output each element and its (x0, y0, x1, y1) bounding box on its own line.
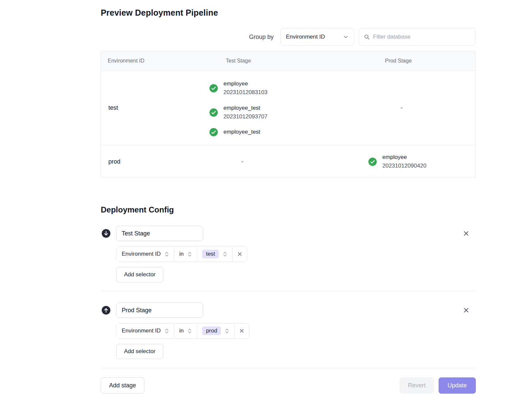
task-item: employee 20231012083103 (201, 79, 364, 97)
selector-values-select[interactable]: prod (197, 324, 234, 338)
remove-stage-button[interactable] (462, 306, 470, 315)
selector-group: Environment ID in test (116, 246, 247, 262)
add-selector-button[interactable]: Add selector (116, 267, 163, 282)
group-by-label: Group by (249, 34, 274, 41)
table-row-test: test employee 20231012083103 (101, 70, 475, 145)
remove-stage-button[interactable] (462, 229, 470, 238)
selector-row: Environment ID in prod (116, 323, 476, 338)
check-circle-icon (209, 128, 218, 136)
table-row-prod: prod - employee 20231012090420 (101, 145, 475, 178)
deployment-config-title: Deployment Config (101, 205, 476, 214)
task-item: employee_test 20231012093707 (201, 104, 364, 121)
search-icon (364, 34, 370, 40)
chevron-up-down-icon (223, 251, 227, 257)
database-name: employee (223, 79, 267, 88)
selector-group: Environment ID in prod (116, 323, 249, 338)
add-stage-button[interactable]: Add stage (101, 377, 144, 394)
selector-key-value: Environment ID (122, 328, 161, 334)
search-input[interactable] (373, 34, 471, 40)
task-version: 20231012093707 (223, 112, 267, 121)
database-name: employee_test (223, 104, 267, 112)
table-header-row: Environment ID Test Stage Prod Stage (101, 51, 475, 70)
chevron-up-down-icon (165, 251, 169, 257)
task-version: 20231012083103 (223, 88, 267, 97)
chevron-up-down-icon (188, 328, 192, 334)
check-circle-icon (209, 84, 218, 92)
test-stage-task-list: employee 20231012083103 employee_test 20… (201, 79, 364, 137)
remove-selector-button[interactable] (234, 324, 249, 338)
chevron-up-down-icon (225, 328, 229, 334)
stage-divider (101, 291, 476, 291)
selector-key-select[interactable]: Environment ID (117, 324, 174, 338)
database-name: employee_test (223, 128, 260, 136)
selector-values-select[interactable]: test (197, 247, 232, 261)
prod-stage-task-list: employee 20231012090420 (364, 153, 475, 171)
selector-operator-select[interactable]: in (174, 247, 197, 261)
stage-block-prod: Environment ID in prod (101, 303, 476, 359)
empty-prod-stage-placeholder: - (385, 104, 418, 111)
stage-divider (101, 368, 476, 368)
remove-selector-button[interactable] (232, 247, 247, 261)
pipeline-table: Environment ID Test Stage Prod Stage tes… (101, 51, 476, 178)
selector-value-tag: prod (202, 327, 221, 335)
selector-key-value: Environment ID (122, 251, 161, 257)
main-content: Preview Deployment Pipeline Group by Env… (101, 8, 476, 399)
environment-name: test (101, 104, 201, 111)
task-item: employee 20231012090420 (364, 153, 475, 171)
pipeline-toolbar: Group by Environment ID (101, 28, 476, 46)
column-header-prod-stage: Prod Stage (364, 58, 475, 64)
task-item: employee_test (201, 128, 364, 136)
chevron-up-down-icon (188, 251, 192, 257)
arrow-up-circle-icon (102, 306, 110, 315)
update-button[interactable]: Update (439, 377, 476, 394)
add-selector-button[interactable]: Add selector (116, 344, 163, 359)
revert-button[interactable]: Revert (400, 377, 434, 394)
task-version: 20231012090420 (382, 162, 426, 170)
selector-value-tag: test (202, 250, 218, 258)
footer-actions: Add stage Revert Update (101, 377, 476, 394)
column-header-test-stage: Test Stage (201, 58, 364, 64)
database-name: employee (382, 153, 426, 162)
selector-operator-value: in (179, 251, 184, 257)
selector-key-select[interactable]: Environment ID (117, 247, 174, 261)
selector-operator-select[interactable]: in (174, 324, 197, 338)
selector-row: Environment ID in test (116, 246, 476, 262)
arrow-down-circle-icon (102, 229, 110, 238)
chevron-down-icon (343, 34, 348, 40)
stage-name-input[interactable] (116, 226, 203, 241)
environment-name: prod (101, 158, 201, 165)
group-by-selected-value: Environment ID (286, 34, 325, 40)
group-by-select[interactable]: Environment ID (280, 28, 354, 46)
page-title: Preview Deployment Pipeline (101, 8, 476, 18)
column-header-environment-id: Environment ID (101, 58, 201, 64)
selector-operator-value: in (179, 328, 184, 334)
stage-block-test: Environment ID in test (101, 226, 476, 282)
stage-name-input[interactable] (116, 303, 203, 318)
empty-test-stage-placeholder: - (226, 158, 259, 165)
filter-database-search (359, 28, 476, 46)
chevron-up-down-icon (165, 328, 169, 334)
check-circle-icon (368, 158, 377, 166)
check-circle-icon (209, 108, 218, 117)
